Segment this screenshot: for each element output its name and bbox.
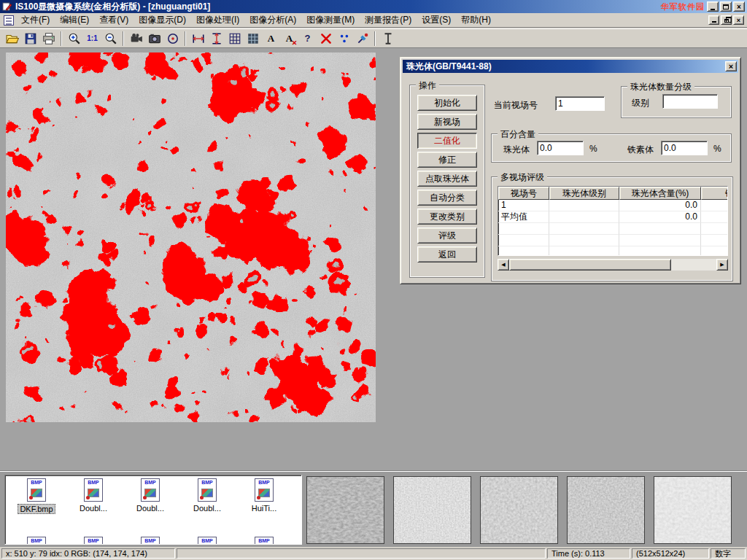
file-item-partial[interactable]: BMP (122, 537, 179, 545)
cut-icon[interactable] (317, 30, 335, 47)
bmp-file-icon: BMP (84, 537, 103, 545)
thumbnail-image[interactable] (480, 476, 558, 544)
file-item-partial[interactable]: BMP (8, 537, 65, 545)
dialog-title-bar[interactable]: 珠光体(GB/T9441-88) (403, 60, 738, 73)
file-list[interactable]: BMP DKF.bmp BMP Doubl... BMP Doubl... BM… (4, 475, 302, 545)
thumbnail-image[interactable] (654, 476, 732, 544)
return-button[interactable]: 返回 (417, 246, 477, 262)
pearlite-value-input[interactable] (537, 141, 584, 155)
menu-item-help[interactable]: 帮助(H) (456, 12, 496, 28)
column-header-field[interactable]: 视场号 (498, 187, 549, 200)
file-item[interactable]: BMP Doubl... (65, 478, 122, 514)
text-annotation-icon[interactable]: A (262, 30, 280, 47)
table-row[interactable]: 1 0.0 (498, 200, 727, 211)
file-item[interactable]: BMP HuiTi... (236, 478, 293, 514)
cursor-position-status: x: 510 y: 79 idx: 0 RGB: (174, 174, 174) (1, 548, 175, 559)
table-row[interactable]: 平均值 0.0 (498, 211, 727, 223)
change-category-button[interactable]: 更改类别 (417, 209, 477, 225)
thumbnail-image[interactable] (306, 476, 384, 544)
menu-item-measure-report[interactable]: 测量报告(P) (360, 12, 417, 28)
help-icon[interactable]: ? (298, 30, 317, 47)
grading-group: 珠光体数量分级 级别 (621, 86, 732, 118)
scroll-right-button[interactable]: ▶ (716, 259, 728, 271)
file-item-partial[interactable]: BMP (236, 537, 293, 545)
multi-field-group-label: 多视场评级 (498, 171, 547, 184)
file-name: DKF.bmp (18, 504, 55, 514)
menu-item-settings[interactable]: 设置(S) (417, 12, 456, 28)
table-horizontal-scrollbar[interactable]: ◀ ▶ (498, 259, 728, 271)
file-item[interactable]: BMP Doubl... (122, 478, 179, 514)
bmp-file-icon: BMP (255, 478, 274, 502)
menu-item-file[interactable]: 文件(F) (16, 12, 55, 28)
toolbar-separator (374, 31, 376, 46)
menu-item-edit[interactable]: 编辑(E) (55, 12, 94, 28)
video-camera-icon[interactable] (127, 30, 145, 47)
area-measure-icon[interactable] (244, 30, 262, 47)
column-header-level[interactable]: 珠光体级别 (549, 187, 619, 200)
point-count-icon[interactable] (335, 30, 353, 47)
maximize-button[interactable] (720, 1, 732, 12)
open-icon[interactable] (3, 30, 21, 47)
multi-field-table[interactable]: 视场号 珠光体级别 珠光体含量(%) 铁素 1 0.0 平均值 0 (498, 186, 728, 256)
print-icon[interactable] (39, 30, 58, 47)
operation-group: 操作 初始化 新视场 二值化 修正 点取珠光体 自动分类 更改类别 评级 返回 (409, 85, 485, 278)
dialog-close-button[interactable]: × (725, 61, 737, 71)
scrollbar-thumb[interactable] (509, 259, 671, 271)
grading-group-label: 珠光体数量分级 (627, 81, 694, 93)
file-item-partial[interactable]: BMP (179, 537, 236, 545)
column-header-ferrite[interactable]: 铁素 (701, 187, 728, 200)
measure-height-icon[interactable] (207, 30, 225, 47)
ferrite-value-input[interactable] (661, 141, 708, 155)
bmp-file-icon: BMP (255, 537, 274, 545)
menu-item-image-display[interactable]: 图像显示(D) (133, 12, 191, 28)
mdi-restore-button[interactable] (721, 15, 732, 25)
delete-annotation-icon[interactable]: A (280, 30, 298, 47)
auto-classify-button[interactable]: 自动分类 (417, 190, 477, 206)
bmp-file-icon: BMP (141, 478, 160, 502)
scroll-left-button[interactable]: ◀ (498, 259, 509, 271)
menu-item-image-process[interactable]: 图像处理(I) (191, 12, 244, 28)
thumbnail-image[interactable] (393, 476, 471, 544)
multi-field-group: 多视场评级 视场号 珠光体级别 珠光体含量(%) 铁素 1 0.0 (491, 176, 733, 281)
camera-icon[interactable] (145, 30, 163, 47)
bmp-file-icon: BMP (198, 537, 217, 545)
file-item[interactable]: BMP Doubl... (179, 478, 236, 514)
zoom-in-icon[interactable] (65, 30, 83, 47)
file-browser-panel: BMP DKF.bmp BMP Doubl... BMP Doubl... BM… (0, 471, 747, 547)
save-icon[interactable] (21, 30, 39, 47)
file-item-partial[interactable]: BMP (65, 537, 122, 545)
rate-button[interactable]: 评级 (417, 228, 477, 244)
mdi-minimize-button[interactable] (708, 15, 719, 25)
thumbnail-image[interactable] (567, 476, 645, 544)
new-field-button[interactable]: 新视场 (417, 114, 477, 130)
grid-measure-icon[interactable] (225, 30, 244, 47)
binarize-button[interactable]: 二值化 (417, 133, 477, 149)
correct-button[interactable]: 修正 (417, 152, 477, 168)
metallographic-image[interactable] (6, 52, 376, 422)
picker-icon[interactable] (353, 30, 371, 47)
file-item[interactable]: BMP DKF.bmp (8, 478, 65, 514)
close-button[interactable]: × (733, 1, 745, 12)
scrollbar-track[interactable] (509, 259, 716, 271)
menu-bar: 文件(F) 编辑(E) 查看(V) 图像显示(D) 图像处理(I) 图像分析(A… (0, 13, 747, 28)
current-field-input[interactable] (555, 96, 605, 111)
cell-level (549, 211, 619, 223)
zoom-out-icon[interactable] (101, 30, 120, 47)
menu-item-image-analysis[interactable]: 图像分析(A) (244, 12, 301, 28)
capture-target-icon[interactable] (163, 30, 182, 47)
level-input[interactable] (662, 94, 718, 109)
menu-item-view[interactable]: 查看(V) (94, 12, 133, 28)
column-header-content[interactable]: 珠光体含量(%) (619, 187, 701, 200)
actual-size-icon[interactable]: 1:1 (83, 30, 101, 47)
vertical-caliper-icon[interactable] (379, 30, 397, 47)
mdi-close-button[interactable]: × (733, 15, 744, 25)
percent-group: 百分含量 珠光体 % 铁素体 % (491, 133, 732, 163)
menu-item-image-measure[interactable]: 图像测量(M) (301, 12, 360, 28)
title-bar: IS100显微摄像系统(金相分析版) - [zhuguangti01] 华军软件… (0, 0, 747, 13)
app-icon[interactable] (2, 1, 12, 12)
document-system-icon[interactable] (4, 15, 14, 26)
pick-pearlite-button[interactable]: 点取珠光体 (417, 171, 477, 187)
measure-width-icon[interactable] (189, 30, 207, 47)
init-button[interactable]: 初始化 (417, 95, 477, 111)
minimize-button[interactable] (707, 1, 719, 12)
